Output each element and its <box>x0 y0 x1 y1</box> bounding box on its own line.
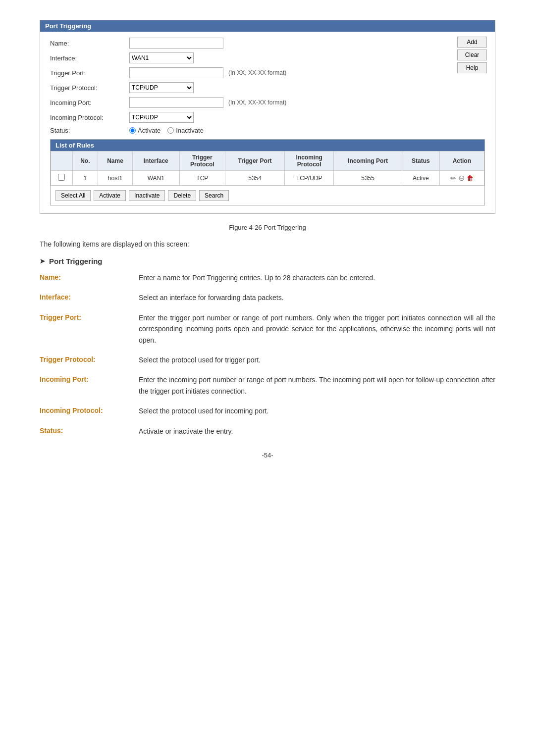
trigger-protocol-row: Trigger Protocol: TCP/UDP TCP UDP <box>50 82 485 93</box>
description-intro: The following items are displayed on thi… <box>40 240 495 248</box>
row-status: Active <box>402 171 439 186</box>
list-of-rules-box: List of Rules No. Name Interface Trigger… <box>50 139 485 205</box>
row-checkbox-cell[interactable] <box>51 171 73 186</box>
desc-item-incoming-protocol: Incoming Protocol: Select the protocol u… <box>40 405 495 416</box>
port-triggering-header: Port Triggering <box>40 20 495 32</box>
interface-row: Interface: WAN1 WAN2 LAN <box>50 52 485 63</box>
row-trigger-protocol: TCP <box>179 171 225 186</box>
col-incoming-port: Incoming Port <box>334 151 402 171</box>
desc-term-interface: Interface: <box>40 292 139 303</box>
incoming-protocol-label: Incoming Protocol: <box>50 114 129 121</box>
inactivate-label: Inactivate <box>176 127 204 134</box>
col-checkbox <box>51 151 73 171</box>
status-radio-group: Activate Inactivate <box>129 127 204 134</box>
trigger-port-label: Trigger Port: <box>50 69 129 77</box>
inactivate-button[interactable]: Inactivate <box>129 190 165 201</box>
disable-icon[interactable]: ⊖ <box>458 173 465 183</box>
desc-def-name: Enter a name for Port Triggering entries… <box>139 272 495 283</box>
list-of-rules-header: List of Rules <box>51 140 484 151</box>
desc-def-status: Activate or inactivate the entry. <box>139 426 495 437</box>
desc-term-trigger-port: Trigger Port: <box>40 312 139 346</box>
col-action: Action <box>439 151 484 171</box>
section-title-wrapper: Port Triggering <box>40 257 495 265</box>
desc-item-incoming-port: Incoming Port: Enter the incoming port n… <box>40 374 495 397</box>
activate-radio-item: Activate <box>129 127 160 134</box>
desc-item-trigger-port: Trigger Port: Enter the trigger port num… <box>40 312 495 346</box>
desc-term-name: Name: <box>40 272 139 283</box>
desc-item-interface: Interface: Select an interface for forwa… <box>40 292 495 303</box>
incoming-port-label: Incoming Port: <box>50 99 129 106</box>
desc-item-name: Name: Enter a name for Port Triggering e… <box>40 272 495 283</box>
help-button[interactable]: Help <box>457 62 487 73</box>
delete-icon[interactable]: 🗑 <box>467 174 474 182</box>
side-buttons-group: Add Clear Help <box>457 37 487 73</box>
interface-label: Interface: <box>50 54 129 62</box>
trigger-port-row: Trigger Port: (In XX, XX-XX format) <box>50 67 485 78</box>
desc-term-incoming-port: Incoming Port: <box>40 374 139 397</box>
interface-select[interactable]: WAN1 WAN2 LAN <box>129 52 194 63</box>
name-row: Name: <box>50 38 485 49</box>
row-name: host1 <box>98 171 132 186</box>
row-interface: WAN1 <box>133 171 180 186</box>
select-all-button[interactable]: Select All <box>55 190 91 201</box>
activate-radio[interactable] <box>129 127 136 134</box>
desc-def-trigger-port: Enter the trigger port number or range o… <box>139 312 495 346</box>
col-trigger-protocol: TriggerProtocol <box>179 151 225 171</box>
incoming-protocol-row: Incoming Protocol: TCP/UDP TCP UDP <box>50 112 485 123</box>
inactivate-radio-item: Inactivate <box>167 127 204 134</box>
inactivate-radio[interactable] <box>167 127 174 134</box>
rules-table: No. Name Interface TriggerProtocol Trigg… <box>51 151 484 186</box>
port-triggering-box: Port Triggering Add Clear Help Name: Int… <box>40 20 495 214</box>
col-incoming-protocol: IncomingProtocol <box>285 151 334 171</box>
action-icons: ✏ ⊖ 🗑 <box>444 173 480 183</box>
col-status: Status <box>402 151 439 171</box>
col-interface: Interface <box>133 151 180 171</box>
desc-term-trigger-protocol: Trigger Protocol: <box>40 354 139 365</box>
incoming-port-hint: (In XX, XX-XX format) <box>228 99 286 106</box>
delete-button[interactable]: Delete <box>168 190 196 201</box>
activate-button[interactable]: Activate <box>94 190 126 201</box>
desc-def-interface: Select an interface for forwarding data … <box>139 292 495 303</box>
trigger-protocol-select[interactable]: TCP/UDP TCP UDP <box>129 82 194 93</box>
page-number: -54- <box>40 452 495 459</box>
name-label: Name: <box>50 40 129 47</box>
figure-caption: Figure 4-26 Port Triggering <box>40 224 495 231</box>
port-triggering-body: Add Clear Help Name: Interface: WAN1 WAN… <box>40 32 495 213</box>
row-action: ✏ ⊖ 🗑 <box>439 171 484 186</box>
col-trigger-port: Trigger Port <box>225 151 285 171</box>
section-title-text: Port Triggering <box>49 257 103 265</box>
desc-item-trigger-protocol: Trigger Protocol: Select the protocol us… <box>40 354 495 365</box>
incoming-port-input[interactable] <box>129 97 223 108</box>
desc-term-status: Status: <box>40 426 139 437</box>
table-row: 1 host1 WAN1 TCP 5354 TCP/UDP 5355 Activ… <box>51 171 484 186</box>
trigger-port-input[interactable] <box>129 67 223 78</box>
activate-label: Activate <box>138 127 160 134</box>
desc-item-status: Status: Activate or inactivate the entry… <box>40 426 495 437</box>
row-incoming-port: 5355 <box>334 171 402 186</box>
desc-term-incoming-protocol: Incoming Protocol: <box>40 405 139 416</box>
row-trigger-port: 5354 <box>225 171 285 186</box>
section-title: Port Triggering <box>40 257 495 265</box>
search-button[interactable]: Search <box>199 190 229 201</box>
incoming-protocol-select[interactable]: TCP/UDP TCP UDP <box>129 112 194 123</box>
edit-icon[interactable]: ✏ <box>450 174 456 182</box>
incoming-port-row: Incoming Port: (In XX, XX-XX format) <box>50 97 485 108</box>
status-label: Status: <box>50 127 129 134</box>
status-row: Status: Activate Inactivate <box>50 127 485 134</box>
description-items: Name: Enter a name for Port Triggering e… <box>40 272 495 437</box>
desc-def-incoming-protocol: Select the protocol used for incoming po… <box>139 405 495 416</box>
add-button[interactable]: Add <box>457 37 487 48</box>
desc-def-incoming-port: Enter the incoming port number or range … <box>139 374 495 397</box>
trigger-port-hint: (In XX, XX-XX format) <box>228 69 286 76</box>
row-incoming-protocol: TCP/UDP <box>285 171 334 186</box>
row-no: 1 <box>72 171 98 186</box>
name-input[interactable] <box>129 38 223 49</box>
col-name: Name <box>98 151 132 171</box>
desc-def-trigger-protocol: Select the protocol used for trigger por… <box>139 354 495 365</box>
table-header-row: No. Name Interface TriggerProtocol Trigg… <box>51 151 484 171</box>
col-no: No. <box>72 151 98 171</box>
clear-button[interactable]: Clear <box>457 50 487 60</box>
trigger-protocol-label: Trigger Protocol: <box>50 84 129 92</box>
rules-footer: Select All Activate Inactivate Delete Se… <box>51 186 484 205</box>
row-checkbox[interactable] <box>58 174 65 181</box>
